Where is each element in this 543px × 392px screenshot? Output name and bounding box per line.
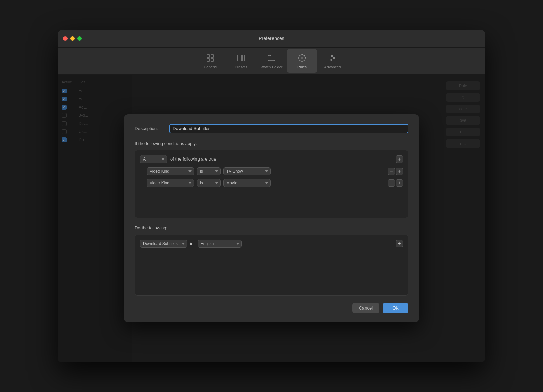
tab-advanced[interactable]: Advanced (317, 49, 348, 73)
condition-2-buttons: − + (388, 179, 403, 187)
svg-rect-4 (237, 55, 239, 61)
add-action-button[interactable]: + (396, 240, 403, 247)
title-bar: Preferences (58, 30, 485, 48)
preferences-window: Preferences General (58, 30, 485, 362)
condition-1-buttons: − + (388, 168, 403, 175)
general-icon (205, 53, 216, 63)
condition-2-value-select[interactable]: TV Show Movie Home Video Other (223, 179, 271, 187)
cancel-button[interactable]: Cancel (352, 303, 379, 313)
minimize-button[interactable] (70, 36, 75, 41)
language-select[interactable]: English French Spanish German Italian (198, 240, 242, 248)
conditions-box: All Any None of the following are true +… (135, 150, 408, 218)
svg-rect-2 (211, 55, 214, 57)
remove-condition-1-button[interactable]: − (388, 168, 395, 175)
description-label: Description: (135, 126, 165, 131)
modal-overlay: Description: If the following conditions… (58, 75, 485, 362)
maximize-button[interactable] (77, 36, 82, 41)
in-label: in: (190, 241, 195, 246)
add-condition-after-1-button[interactable]: + (396, 168, 403, 175)
tab-rules[interactable]: Rules (287, 49, 317, 73)
remove-condition-2-button[interactable]: − (388, 179, 395, 187)
all-row: All Any None of the following are true + (140, 155, 403, 163)
tab-general[interactable]: General (195, 49, 226, 73)
tab-advanced-label: Advanced (324, 65, 341, 69)
close-button[interactable] (63, 36, 68, 41)
tab-watch-folder-label: Watch Folder (260, 65, 282, 69)
condition-1-value-select[interactable]: TV Show Movie Home Video Other (223, 167, 271, 175)
svg-point-14 (333, 57, 335, 59)
watch-folder-icon (266, 53, 277, 63)
svg-rect-3 (211, 59, 214, 61)
svg-point-15 (331, 59, 332, 61)
condition-row-1: Video Kind File Name File Type Duration … (140, 167, 403, 175)
svg-point-13 (331, 55, 333, 57)
all-select[interactable]: All Any None (140, 155, 167, 163)
svg-rect-1 (207, 59, 210, 61)
svg-rect-0 (207, 55, 210, 57)
condition-2-kind-select[interactable]: Video Kind File Name File Type Duration (147, 179, 194, 187)
add-condition-button[interactable]: + (396, 155, 403, 163)
toolbar: General Presets Watch Folder (58, 48, 485, 75)
add-condition-after-2-button[interactable]: + (396, 179, 403, 187)
tab-general-label: General (204, 65, 217, 69)
all-left: All Any None of the following are true (140, 155, 216, 163)
tab-presets-label: Presets (235, 65, 247, 69)
rule-editor-modal: Description: If the following conditions… (124, 114, 419, 322)
conditions-heading: If the following conditions apply: (135, 141, 408, 146)
presets-icon (236, 53, 246, 63)
rules-icon (297, 53, 307, 63)
condition-1-operator-select[interactable]: is is not (197, 167, 221, 175)
tab-presets[interactable]: Presets (226, 49, 256, 73)
ok-button[interactable]: OK (383, 303, 408, 313)
condition-1-kind-select[interactable]: Video Kind File Name File Type Duration (147, 167, 194, 175)
all-text: of the following are true (170, 156, 216, 162)
condition-2-operator-select[interactable]: is is not (197, 179, 221, 187)
action-row-1: Download Subtitles Add Tag Set Destinati… (140, 240, 403, 248)
svg-rect-5 (240, 55, 242, 61)
modal-footer: Cancel OK (135, 303, 408, 313)
window-title: Preferences (259, 36, 284, 41)
description-row: Description: (135, 124, 408, 133)
description-input[interactable] (169, 124, 408, 133)
action-select[interactable]: Download Subtitles Add Tag Set Destinati… (140, 240, 187, 248)
main-area: Active Des Ad... Ad... Ad... 3-d... D (58, 75, 485, 362)
tab-rules-label: Rules (297, 65, 307, 69)
actions-heading: Do the following: (135, 225, 408, 230)
svg-point-8 (301, 57, 303, 59)
advanced-icon (327, 53, 338, 63)
traffic-lights (63, 36, 82, 41)
tab-watch-folder[interactable]: Watch Folder (256, 49, 287, 73)
svg-rect-6 (243, 55, 244, 61)
actions-box: Download Subtitles Add Tag Set Destinati… (135, 235, 408, 296)
condition-row-2: Video Kind File Name File Type Duration … (140, 179, 403, 187)
